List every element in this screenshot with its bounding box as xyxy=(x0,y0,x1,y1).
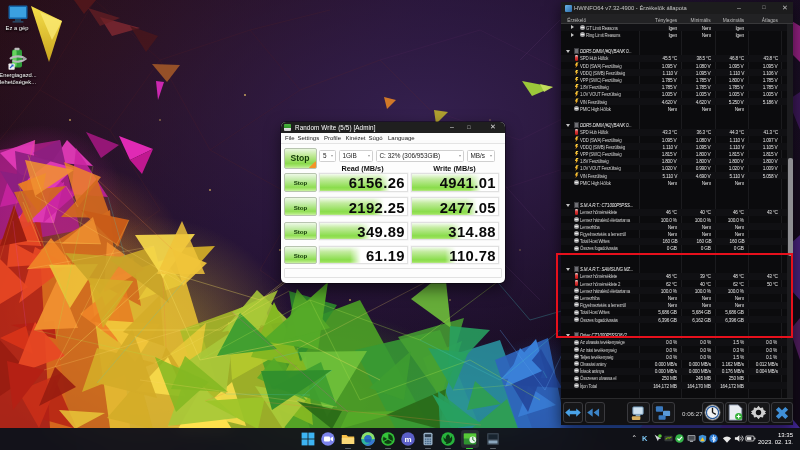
svg-text:m: m xyxy=(404,435,411,444)
